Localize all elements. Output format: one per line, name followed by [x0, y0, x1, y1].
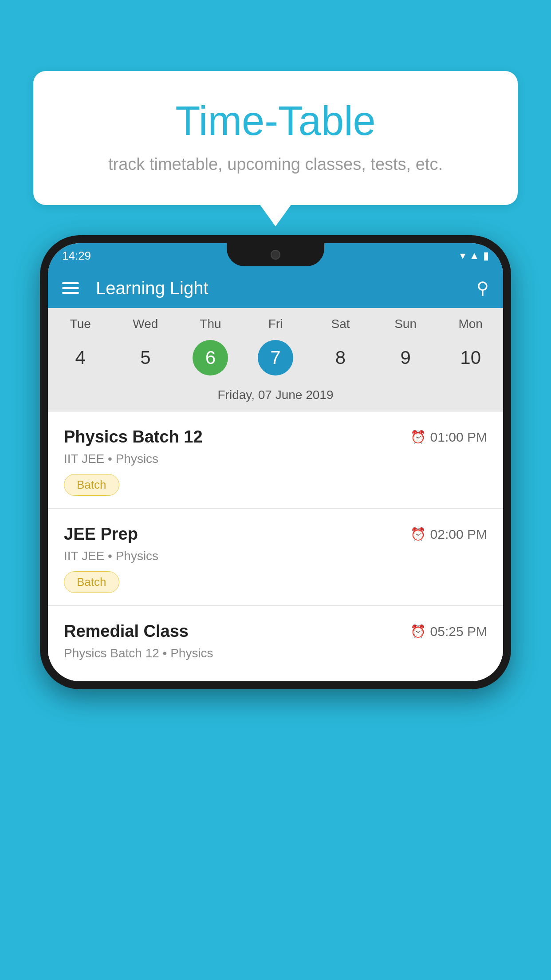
day-fri: Fri: [249, 317, 302, 331]
menu-icon[interactable]: [62, 282, 79, 294]
battery-icon: ▮: [483, 249, 489, 262]
selected-date-label: Friday, 07 June 2019: [48, 384, 503, 411]
phone-mockup: 14:29 ▾ ▲ ▮ Learning Light ⚲ Tue: [40, 235, 511, 980]
class-time-value-3: 05:25 PM: [430, 624, 487, 639]
date-8[interactable]: 8: [323, 340, 358, 375]
class-name-1: Physics Batch 12: [64, 427, 203, 447]
class-item-2[interactable]: JEE Prep ⏰ 02:00 PM IIT JEE • Physics Ba…: [48, 509, 503, 606]
search-icon[interactable]: ⚲: [476, 278, 489, 298]
class-time-value-1: 01:00 PM: [430, 430, 487, 445]
day-mon: Mon: [444, 317, 497, 331]
class-item-3-header: Remedial Class ⏰ 05:25 PM: [64, 622, 487, 641]
batch-badge-1: Batch: [64, 474, 119, 496]
day-sat: Sat: [314, 317, 367, 331]
class-time-3: ⏰ 05:25 PM: [410, 624, 487, 639]
date-5[interactable]: 5: [128, 340, 163, 375]
class-time-2: ⏰ 02:00 PM: [410, 527, 487, 542]
class-name-3: Remedial Class: [64, 622, 189, 641]
class-subtitle-1: IIT JEE • Physics: [64, 452, 487, 466]
clock-icon-2: ⏰: [410, 527, 426, 541]
phone-outer: 14:29 ▾ ▲ ▮ Learning Light ⚲ Tue: [40, 235, 511, 689]
class-item-1-header: Physics Batch 12 ⏰ 01:00 PM: [64, 427, 487, 447]
status-time: 14:29: [62, 249, 91, 263]
date-7-selected[interactable]: 7: [258, 340, 293, 375]
app-title: Learning Light: [96, 278, 464, 298]
date-9[interactable]: 9: [388, 340, 423, 375]
clock-icon-1: ⏰: [410, 430, 426, 444]
wifi-icon: ▾: [460, 249, 465, 262]
date-4[interactable]: 4: [63, 340, 98, 375]
app-bar: Learning Light ⚲: [48, 268, 503, 308]
day-sun: Sun: [379, 317, 432, 331]
class-item-1[interactable]: Physics Batch 12 ⏰ 01:00 PM IIT JEE • Ph…: [48, 411, 503, 509]
speech-bubble: Time-Table track timetable, upcoming cla…: [33, 71, 518, 205]
day-wed: Wed: [119, 317, 172, 331]
class-name-2: JEE Prep: [64, 525, 138, 544]
bubble-title: Time-Table: [55, 98, 496, 144]
day-thu: Thu: [184, 317, 237, 331]
clock-icon-3: ⏰: [410, 624, 426, 639]
phone-notch: [227, 243, 324, 266]
class-item-3[interactable]: Remedial Class ⏰ 05:25 PM Physics Batch …: [48, 606, 503, 681]
class-subtitle-3: Physics Batch 12 • Physics: [64, 646, 487, 660]
class-time-1: ⏰ 01:00 PM: [410, 430, 487, 445]
class-time-value-2: 02:00 PM: [430, 527, 487, 542]
calendar-dates[interactable]: 4 5 6 7 8 9 10: [48, 336, 503, 384]
front-camera: [271, 250, 280, 260]
phone-screen: 14:29 ▾ ▲ ▮ Learning Light ⚲ Tue: [48, 243, 503, 681]
day-tue: Tue: [54, 317, 107, 331]
status-icons: ▾ ▲ ▮: [460, 249, 489, 262]
class-item-2-header: JEE Prep ⏰ 02:00 PM: [64, 525, 487, 544]
bubble-subtitle: track timetable, upcoming classes, tests…: [55, 155, 496, 174]
signal-icon: ▲: [469, 249, 480, 262]
date-10[interactable]: 10: [453, 340, 488, 375]
batch-badge-2: Batch: [64, 571, 119, 593]
date-6-today[interactable]: 6: [193, 340, 228, 375]
class-subtitle-2: IIT JEE • Physics: [64, 549, 487, 563]
calendar-header: Tue Wed Thu Fri Sat Sun Mon: [48, 308, 503, 336]
